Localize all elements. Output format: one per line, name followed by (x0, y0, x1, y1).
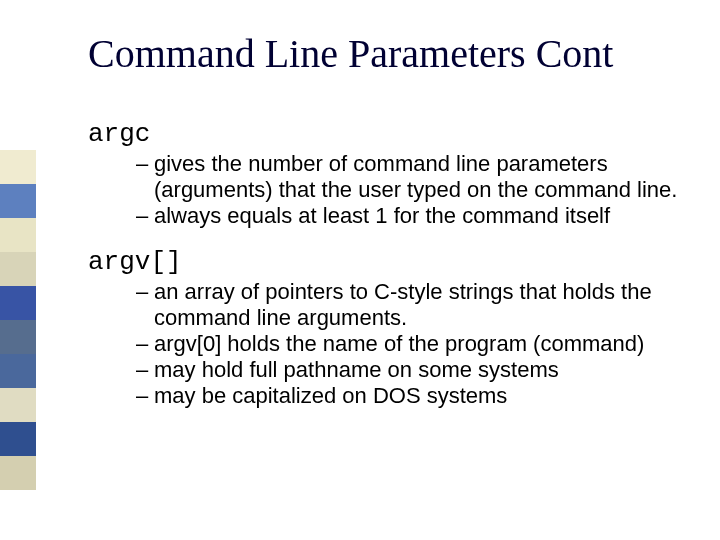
deco-square (0, 456, 36, 490)
deco-square (0, 184, 36, 218)
bullet-list-argv: an array of pointers to C-style strings … (136, 279, 688, 409)
deco-square (0, 150, 36, 184)
deco-square (0, 320, 36, 354)
bullet-list-argc: gives the number of command line paramet… (136, 151, 688, 229)
decorative-sidebar (0, 150, 36, 490)
deco-square (0, 218, 36, 252)
bullet-item: gives the number of command line paramet… (136, 151, 688, 203)
deco-square (0, 252, 36, 286)
section-label-argc: argc (88, 119, 688, 149)
deco-square (0, 354, 36, 388)
deco-square (0, 388, 36, 422)
slide-title: Command Line Parameters Cont (88, 30, 688, 77)
section-label-argv: argv[] (88, 247, 688, 277)
deco-square (0, 286, 36, 320)
deco-square (0, 422, 36, 456)
bullet-item: always equals at least 1 for the command… (136, 203, 688, 229)
bullet-item: may hold full pathname on some systems (136, 357, 688, 383)
slide-content: Command Line Parameters Cont argc gives … (88, 30, 688, 427)
bullet-item: argv[0] holds the name of the program (c… (136, 331, 688, 357)
bullet-item: an array of pointers to C-style strings … (136, 279, 688, 331)
bullet-item: may be capitalized on DOS systems (136, 383, 688, 409)
